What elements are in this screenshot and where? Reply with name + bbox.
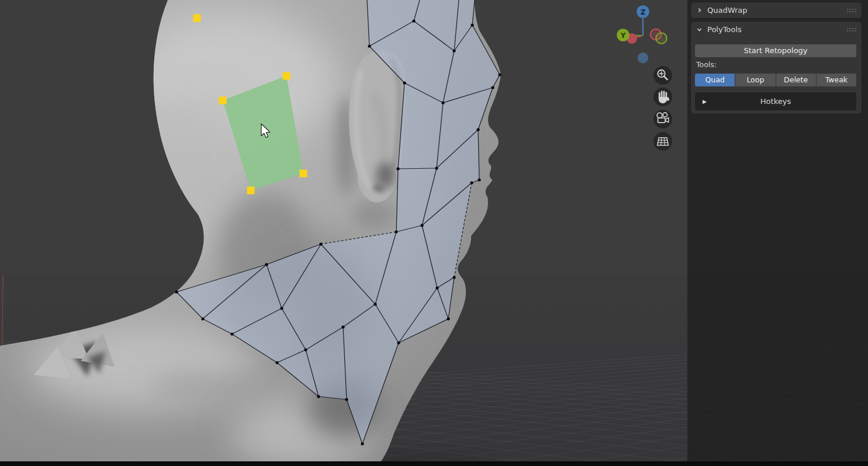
blender-retopology-app: Z Y — [0, 0, 868, 466]
n-panel-sidebar: QuadWrap PolyTools Start Retopology Tool… — [687, 0, 868, 466]
viewport-bottom-edge — [0, 461, 868, 466]
start-retopology-button[interactable]: Start Retopology — [695, 44, 856, 57]
nav-grid-button[interactable] — [653, 132, 672, 151]
axis-y-neg-ring[interactable] — [656, 33, 666, 43]
tool-button-delete[interactable]: Delete — [776, 74, 816, 86]
panel-polytools: PolyTools Start Retopology Tools: Quad L… — [691, 22, 862, 114]
drag-handle-icon[interactable] — [846, 8, 856, 13]
panel-title-polytools: PolyTools — [707, 25, 742, 34]
tools-label: Tools: — [696, 60, 717, 69]
nav-pan-button[interactable] — [653, 88, 672, 106]
panel-header-polytools[interactable]: PolyTools — [691, 22, 862, 37]
drag-handle-icon[interactable] — [846, 27, 856, 32]
chevron-right-icon — [696, 7, 703, 13]
tool-button-tweak[interactable]: Tweak — [817, 74, 856, 86]
quad-vertex-handle[interactable] — [193, 15, 201, 22]
quad-vertex-handle[interactable] — [283, 72, 291, 80]
hotkeys-collapsed-panel[interactable]: ▶ Hotkeys — [695, 92, 856, 110]
panel-header-quadwrap[interactable]: QuadWrap — [691, 2, 862, 18]
nav-camera-button[interactable] — [653, 110, 672, 128]
axis-z-label: Z — [641, 8, 646, 16]
quad-vertex-handle[interactable] — [300, 170, 307, 178]
axis-z-neg-ball[interactable] — [638, 53, 648, 63]
nav-zoom-button[interactable] — [653, 66, 672, 85]
quad-vertex-handle[interactable] — [247, 187, 255, 194]
tool-button-quad[interactable]: Quad — [695, 74, 735, 86]
tool-button-loop[interactable]: Loop — [735, 74, 775, 86]
quad-vertex-handle[interactable] — [219, 97, 227, 105]
disclosure-triangle-icon: ▶ — [703, 99, 707, 105]
tool-button-group: Quad Loop Delete Tweak — [695, 74, 856, 86]
hotkeys-label: Hotkeys — [695, 97, 856, 106]
panel-title-quadwrap: QuadWrap — [707, 6, 748, 15]
panel-quadwrap: QuadWrap — [691, 2, 862, 18]
chevron-down-icon — [696, 26, 703, 33]
axis-y-label: Y — [620, 32, 626, 40]
